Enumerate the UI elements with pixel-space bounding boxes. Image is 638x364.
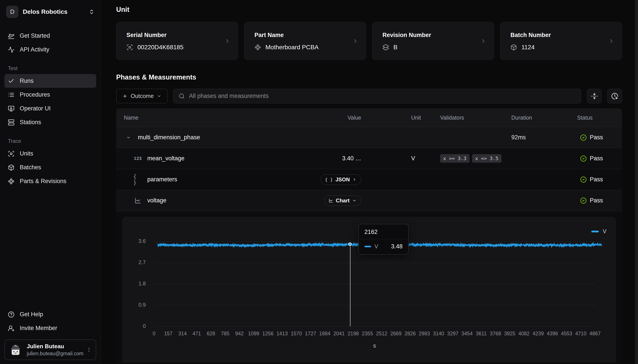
x-tick-label: 3297 [447,331,458,336]
x-tick-label: 314 [178,331,187,336]
chevrons-up-down-icon[interactable] [89,9,95,15]
x-tick-label: 2512 [376,331,387,336]
search-input[interactable] [189,93,576,100]
x-tick-label: 2983 [419,331,430,336]
section-title: Phases & Measurements [116,73,622,81]
col-header-duration: Duration [511,114,577,121]
sidebar-item-label: Procedures [20,91,50,98]
user-menu[interactable]: Julien Buteau julien.buteau@gmail.com [5,340,96,360]
card-label: Serial Number [127,32,228,38]
chart-crosshair [350,246,350,326]
chart-tooltip: 2162 V 3.48 [358,224,409,255]
plane-takeoff-icon [8,33,15,39]
status-badge: Pass [577,197,622,204]
x-tick-label: 4553 [561,331,572,336]
sidebar-item-label: Units [20,150,33,157]
measurement-name: mean_voltage [147,155,185,162]
validator-badge: x <= 3.5 [472,154,501,163]
y-tick-label: 1.8 [128,280,146,287]
page-title: Unit [116,6,622,14]
layers-icon [382,44,389,50]
chart-line-icon [133,197,143,204]
user-plus-icon [8,325,15,332]
server-icon [8,119,15,126]
table-row-phase[interactable]: multi_dimension_phase 92ms Pass [116,127,622,148]
x-tick-label: 785 [221,331,229,336]
sidebar: D Delos Robotics Get Started API Activit… [0,0,101,364]
sidebar-item-get-help[interactable]: Get Help [5,308,96,321]
json-type-icon: { } [133,174,143,186]
phase-name: multi_dimension_phase [138,134,200,141]
card-part-name[interactable]: Part Name Motherboard PCBA [244,22,366,60]
table-row-voltage[interactable]: voltage Chart Pass [116,190,622,211]
chevron-right-icon [352,38,358,44]
monitor-play-icon [8,105,15,112]
sidebar-item-label: Get Help [20,311,43,318]
sidebar-item-operator-ui[interactable]: Operator UI [5,102,96,116]
table-row-parameters[interactable]: { } parameters { } JSON Pass [116,169,622,190]
x-tick-label: 2041 [333,331,345,336]
card-serial-number[interactable]: Serial Number 00220D4K68185 [116,22,238,60]
sidebar-item-units[interactable]: Units [5,147,96,160]
sidebar-item-invite-member[interactable]: Invite Member [5,321,96,335]
col-header-validators: Validators [440,114,511,121]
sidebar-item-get-started[interactable]: Get Started [5,29,96,43]
x-tick-label: 3454 [461,331,472,336]
toolbar: Outcome [116,89,622,103]
org-switcher[interactable]: D Delos Robotics [5,4,96,19]
serial-number-value: 00220D4K68185 [137,44,183,51]
col-header-status: Status [577,114,622,121]
validator-badge: x >= 3.3 [440,154,469,163]
scan-icon [127,44,133,50]
tooltip-x-value: 2162 [359,224,408,239]
list-icon [8,92,15,98]
chevron-right-icon [608,38,614,44]
org-name: Delos Robotics [23,8,84,15]
card-batch-number[interactable]: Batch Number 1124 [500,22,622,60]
history-button[interactable] [607,89,622,103]
component-icon [254,44,261,50]
outcome-filter-button[interactable]: Outcome [116,89,168,103]
search-box[interactable] [173,89,581,103]
json-view-button[interactable]: { } JSON [320,174,361,185]
card-label: Revision Number [382,32,484,38]
circle-check-icon [580,197,587,204]
avatar [9,343,22,356]
sidebar-item-label: Get Started [20,32,50,39]
sidebar-item-batches[interactable]: Batches [5,160,96,174]
circle-check-icon [580,176,587,183]
x-tick-label: 1256 [262,331,274,336]
gridline [154,262,595,263]
x-tick-label: 2826 [405,331,416,336]
phases-table: Name Value Unit Validators Duration Stat… [116,108,622,363]
sidebar-item-runs[interactable]: Runs [5,74,96,88]
status-badge: Pass [577,176,622,183]
chart-hover-point [348,242,352,246]
x-tick-label: 1099 [248,331,259,336]
page-scrollbar[interactable] [635,0,638,364]
phase-duration: 92ms [511,134,577,141]
x-tick-label: 4867 [589,331,600,336]
x-tick-label: 3140 [433,331,444,336]
sidebar-item-api-activity[interactable]: API Activity [5,43,96,56]
measurement-value: 3.40 … [276,155,361,162]
chevron-down-icon [157,94,161,98]
chevron-down-icon[interactable] [124,135,133,140]
plus-icon [122,94,128,99]
sidebar-item-label: Operator UI [20,105,51,112]
gridline [154,305,595,306]
app-root: D Delos Robotics Get Started API Activit… [0,0,638,364]
validators: x >= 3.3 x <= 3.5 [440,154,511,163]
card-revision-number[interactable]: Revision Number B [372,22,494,60]
ellipsis-vertical-icon[interactable] [86,347,92,352]
sidebar-item-stations[interactable]: Stations [5,116,96,129]
collapse-all-button[interactable] [587,89,602,103]
status-badge: Pass [577,155,622,162]
sidebar-item-parts-revisions[interactable]: Parts & Revisions [5,174,96,188]
voltage-chart[interactable]: V 2162 V 3.48 s 3.62.71.80.90015731 [122,217,616,363]
box-icon [8,164,15,171]
chart-view-button[interactable]: Chart [324,195,361,206]
y-tick-label: 3.6 [128,238,146,244]
sidebar-item-procedures[interactable]: Procedures [5,88,96,102]
table-row-mean-voltage[interactable]: 123 mean_voltage 3.40 … V x >= 3.3 x <= … [116,148,622,169]
